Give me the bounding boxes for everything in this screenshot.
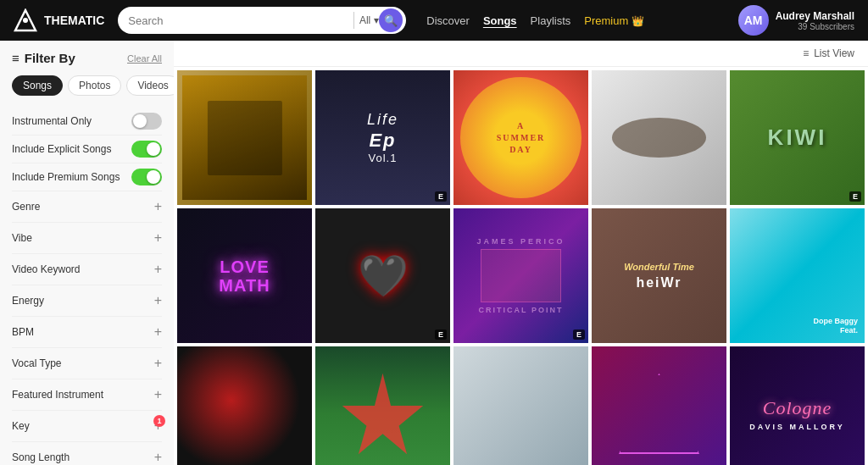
nav-discover[interactable]: Discover bbox=[426, 14, 470, 27]
expand-icon: + bbox=[154, 356, 162, 371]
grid-item[interactable]: Cologne DAVIS MALLORY bbox=[730, 346, 865, 465]
toggle-explicit-label: Include Explicit Songs bbox=[12, 143, 111, 155]
toggle-explicit-switch[interactable] bbox=[131, 141, 162, 158]
list-view-icon: ≡ bbox=[803, 47, 809, 59]
search-bar: All ▾ 🔍 bbox=[118, 7, 406, 34]
content-header: ≡ List View bbox=[174, 41, 868, 67]
grid-item[interactable]: JAMES PERICO CRITICAL POINT E bbox=[453, 208, 588, 343]
grid-item[interactable]: LOVEMATH bbox=[177, 208, 312, 343]
nav-playlists[interactable]: Playlists bbox=[531, 14, 571, 27]
toggle-instrumental-switch[interactable] bbox=[131, 113, 162, 130]
filter-bpm-label: BPM bbox=[12, 326, 34, 338]
key-badge: 1 bbox=[153, 415, 165, 427]
album-art: ASUMMERDAY bbox=[453, 70, 588, 205]
grid-item[interactable]: Dope BaggyFeat. bbox=[730, 208, 865, 343]
thematic-logo-icon bbox=[14, 8, 37, 32]
album-art: LOVEMATH bbox=[177, 208, 312, 343]
sidebar: ≡ Filter By Clear All Songs Photos Video… bbox=[0, 41, 174, 465]
toggle-knob bbox=[147, 142, 160, 156]
filter-vocal-type-label: Vocal Type bbox=[12, 357, 62, 369]
type-btn-songs[interactable]: Songs bbox=[12, 75, 63, 96]
user-info: Audrey Marshall 39 Subscribers bbox=[776, 10, 854, 31]
filter-key[interactable]: Key + 1 bbox=[12, 411, 162, 442]
filter-vibe-label: Vibe bbox=[12, 232, 32, 244]
list-view-button[interactable]: ≡ List View bbox=[803, 47, 854, 59]
filter-vocal-type[interactable]: Vocal Type + bbox=[12, 348, 162, 379]
album-art: 🖤 E bbox=[315, 208, 450, 343]
header: THEMATIC All ▾ 🔍 Discover Songs Playlist… bbox=[0, 0, 868, 41]
avatar: AM bbox=[738, 5, 769, 36]
explicit-badge: E bbox=[435, 191, 447, 202]
filter-song-length[interactable]: Song Length + bbox=[12, 442, 162, 465]
grid-item[interactable]: 🖤 E bbox=[315, 208, 450, 343]
type-buttons: Songs Photos Videos bbox=[12, 75, 162, 96]
type-btn-videos[interactable]: Videos bbox=[126, 75, 174, 96]
expand-icon: + bbox=[154, 230, 162, 246]
grid-item[interactable]: XTREME bbox=[453, 346, 588, 465]
filter-bpm[interactable]: BPM + bbox=[12, 317, 162, 348]
album-art: KIWI E bbox=[730, 70, 865, 205]
filter-featured-instrument-label: Featured Instrument bbox=[12, 389, 103, 401]
main-nav: Discover Songs Playlists Premium 👑 bbox=[426, 14, 644, 27]
songs-grid-area: ≡ List View Life Ep Vol.1 bbox=[174, 41, 868, 465]
grid-item[interactable]: ASUMMERDAY bbox=[453, 70, 588, 205]
filter-video-keyword-label: Video Keyword bbox=[12, 263, 81, 275]
album-art: Cologne DAVIS MALLORY bbox=[730, 346, 865, 465]
filter-key-label: Key bbox=[12, 420, 30, 432]
filter-vibe[interactable]: Vibe + bbox=[12, 223, 162, 254]
grid-item[interactable] bbox=[177, 70, 312, 205]
search-button[interactable]: 🔍 bbox=[379, 8, 403, 32]
type-btn-photos[interactable]: Photos bbox=[68, 75, 121, 96]
user-area[interactable]: AM Audrey Marshall 39 Subscribers bbox=[738, 5, 854, 36]
filter-song-length-label: Song Length bbox=[12, 451, 70, 463]
grid-item[interactable]: KIWI E bbox=[730, 70, 865, 205]
filter-title-text: Filter By bbox=[25, 51, 75, 65]
explicit-badge: E bbox=[849, 191, 861, 202]
expand-icon: + bbox=[154, 199, 162, 214]
album-art: JAMES PERICO CRITICAL POINT E bbox=[453, 208, 588, 343]
logo[interactable]: THEMATIC bbox=[14, 8, 104, 32]
expand-icon: + bbox=[154, 262, 162, 277]
nav-songs[interactable]: Songs bbox=[483, 14, 517, 27]
svg-point-1 bbox=[23, 18, 28, 23]
grid-item[interactable] bbox=[592, 70, 726, 205]
filter-genre-label: Genre bbox=[12, 201, 40, 213]
album-art bbox=[592, 346, 726, 465]
toggle-instrumental: Instrumental Only bbox=[12, 108, 162, 136]
album-art bbox=[177, 70, 312, 205]
grid-item[interactable]: E bbox=[177, 346, 312, 465]
filter-video-keyword[interactable]: Video Keyword + bbox=[12, 254, 162, 285]
grid-item[interactable]: Wonderful Time heiWr bbox=[592, 208, 726, 343]
toggle-knob bbox=[133, 114, 147, 128]
album-art bbox=[315, 346, 450, 465]
grid-item[interactable] bbox=[315, 346, 450, 465]
album-art: Wonderful Time heiWr bbox=[592, 208, 726, 343]
album-art: Life Ep Vol.1 E bbox=[315, 70, 450, 205]
search-divider bbox=[353, 12, 354, 29]
expand-icon: + bbox=[154, 450, 162, 465]
toggle-instrumental-label: Instrumental Only bbox=[12, 115, 92, 127]
filter-icon: ≡ bbox=[12, 51, 19, 65]
premium-label: Premium bbox=[584, 14, 628, 27]
grid-item[interactable] bbox=[592, 346, 726, 465]
toggle-knob bbox=[147, 170, 160, 184]
search-input[interactable] bbox=[128, 14, 348, 27]
filter-featured-instrument[interactable]: Featured Instrument + bbox=[12, 379, 162, 411]
main-content: ≡ Filter By Clear All Songs Photos Video… bbox=[0, 41, 868, 465]
search-filter-dropdown[interactable]: All ▾ bbox=[359, 14, 379, 26]
search-filter-label: All bbox=[359, 14, 370, 26]
logo-text: THEMATIC bbox=[44, 14, 104, 27]
filter-energy[interactable]: Energy + bbox=[12, 285, 162, 317]
grid-item[interactable]: Life Ep Vol.1 E bbox=[315, 70, 450, 205]
explicit-badge: E bbox=[573, 329, 585, 340]
filter-title: ≡ Filter By bbox=[12, 51, 75, 65]
filter-genre[interactable]: Genre + bbox=[12, 191, 162, 223]
toggle-premium-label: Include Premium Songs bbox=[12, 171, 120, 183]
user-name: Audrey Marshall bbox=[776, 10, 854, 22]
explicit-badge: E bbox=[435, 329, 447, 340]
filter-key-badge-container: + 1 bbox=[154, 418, 162, 434]
toggle-premium-switch[interactable] bbox=[131, 169, 162, 185]
clear-all-button[interactable]: Clear All bbox=[127, 53, 162, 64]
nav-premium[interactable]: Premium 👑 bbox=[584, 14, 644, 27]
album-art: XTREME bbox=[453, 346, 588, 465]
